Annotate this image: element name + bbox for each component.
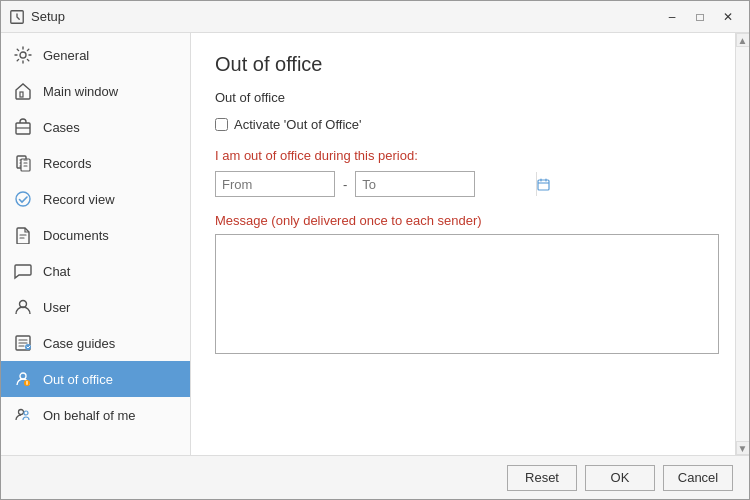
gear-icon bbox=[13, 45, 33, 65]
maximize-button[interactable]: □ bbox=[687, 7, 713, 27]
check-icon bbox=[13, 189, 33, 209]
svg-point-7 bbox=[16, 192, 30, 206]
sidebar-label-record-view: Record view bbox=[43, 192, 115, 207]
sidebar-label-chat: Chat bbox=[43, 264, 70, 279]
period-label: I am out of office during this period: bbox=[215, 148, 719, 163]
sidebar-item-record-view[interactable]: Record view bbox=[1, 181, 190, 217]
ok-button[interactable]: OK bbox=[585, 465, 655, 491]
svg-rect-2 bbox=[20, 92, 23, 97]
records-icon bbox=[13, 153, 33, 173]
sidebar: General Main window bbox=[1, 33, 191, 455]
message-label: Message (only delivered once to each sen… bbox=[215, 213, 719, 228]
svg-rect-6 bbox=[21, 159, 30, 171]
home-icon bbox=[13, 81, 33, 101]
date-separator: - bbox=[343, 177, 347, 192]
activate-checkbox-row: Activate 'Out of Office' bbox=[215, 117, 719, 132]
from-date-field[interactable] bbox=[215, 171, 335, 197]
sidebar-label-general: General bbox=[43, 48, 89, 63]
sidebar-item-cases[interactable]: Cases bbox=[1, 109, 190, 145]
svg-point-14 bbox=[19, 410, 24, 415]
sidebar-label-records: Records bbox=[43, 156, 91, 171]
case-guides-icon bbox=[13, 333, 33, 353]
sidebar-item-records[interactable]: Records bbox=[1, 145, 190, 181]
setup-window: Setup – □ ✕ General bbox=[0, 0, 750, 500]
message-textarea[interactable] bbox=[215, 234, 719, 354]
window-title: Setup bbox=[31, 9, 659, 24]
svg-point-11 bbox=[20, 373, 26, 379]
cancel-button[interactable]: Cancel bbox=[663, 465, 733, 491]
sidebar-item-on-behalf-of-me[interactable]: On behalf of me bbox=[1, 397, 190, 433]
footer: Reset OK Cancel bbox=[1, 455, 749, 499]
sidebar-label-documents: Documents bbox=[43, 228, 109, 243]
out-of-office-icon bbox=[13, 369, 33, 389]
sidebar-item-general[interactable]: General bbox=[1, 37, 190, 73]
to-date-input[interactable] bbox=[356, 177, 536, 192]
to-calendar-button[interactable] bbox=[536, 172, 550, 196]
page-title: Out of office bbox=[215, 53, 719, 76]
on-behalf-icon bbox=[13, 405, 33, 425]
svg-point-10 bbox=[25, 344, 31, 350]
svg-rect-17 bbox=[538, 180, 549, 190]
sidebar-label-cases: Cases bbox=[43, 120, 80, 135]
sidebar-item-case-guides[interactable]: Case guides bbox=[1, 325, 190, 361]
window-controls: – □ ✕ bbox=[659, 7, 741, 27]
sidebar-label-user: User bbox=[43, 300, 70, 315]
title-bar: Setup – □ ✕ bbox=[1, 1, 749, 33]
sidebar-label-main-window: Main window bbox=[43, 84, 118, 99]
main-area: General Main window bbox=[1, 33, 749, 455]
window-icon bbox=[9, 9, 25, 25]
reset-button[interactable]: Reset bbox=[507, 465, 577, 491]
scroll-up-button[interactable]: ▲ bbox=[736, 33, 750, 47]
sidebar-label-on-behalf-of-me: On behalf of me bbox=[43, 408, 136, 423]
scroll-down-button[interactable]: ▼ bbox=[736, 441, 750, 455]
cases-icon bbox=[13, 117, 33, 137]
close-button[interactable]: ✕ bbox=[715, 7, 741, 27]
sidebar-item-main-window[interactable]: Main window bbox=[1, 73, 190, 109]
minimize-button[interactable]: – bbox=[659, 7, 685, 27]
documents-icon bbox=[13, 225, 33, 245]
sidebar-item-documents[interactable]: Documents bbox=[1, 217, 190, 253]
svg-point-15 bbox=[24, 411, 28, 415]
date-row: - bbox=[215, 171, 719, 197]
sidebar-item-chat[interactable]: Chat bbox=[1, 253, 190, 289]
activate-checkbox[interactable] bbox=[215, 118, 228, 131]
sidebar-item-out-of-office[interactable]: Out of office bbox=[1, 361, 190, 397]
svg-point-1 bbox=[20, 52, 26, 58]
sidebar-label-out-of-office: Out of office bbox=[43, 372, 113, 387]
scrollbar: ▲ ▼ bbox=[735, 33, 749, 455]
svg-point-13 bbox=[27, 384, 28, 385]
sidebar-item-user[interactable]: User bbox=[1, 289, 190, 325]
content-area: Out of office Out of office Activate 'Ou… bbox=[191, 33, 749, 455]
to-date-field[interactable] bbox=[355, 171, 475, 197]
sidebar-label-case-guides: Case guides bbox=[43, 336, 115, 351]
user-icon bbox=[13, 297, 33, 317]
chat-icon bbox=[13, 261, 33, 281]
content-subtitle: Out of office bbox=[215, 90, 719, 105]
activate-label[interactable]: Activate 'Out of Office' bbox=[234, 117, 362, 132]
